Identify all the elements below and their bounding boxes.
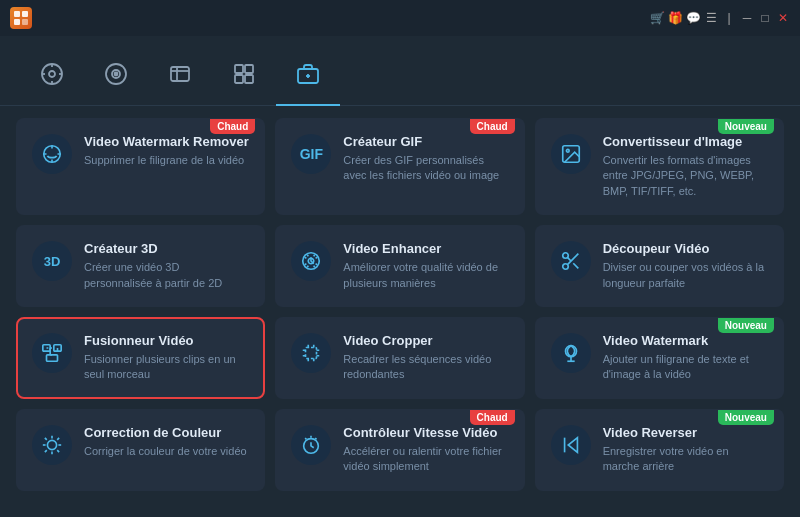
tool-desc-convertisseur-image: Convertir les formats d'images entre JPG… <box>603 153 768 199</box>
maximize-icon[interactable]: □ <box>758 11 772 25</box>
tool-card-video-watermark[interactable]: Nouveau Video Watermark Ajouter un filig… <box>535 317 784 399</box>
tool-name-convertisseur-image: Convertisseur d'Image <box>603 134 768 149</box>
tool-desc-correction-couleur: Corriger la couleur de votre vidéo <box>84 444 249 459</box>
tool-card-video-reverser[interactable]: Nouveau Video Reverser Enregistrer votre… <box>535 409 784 491</box>
tool-desc-decoupeur-video: Diviser ou couper vos vidéos à la longue… <box>603 260 768 291</box>
tool-card-decoupeur-video[interactable]: Découpeur Vidéo Diviser ou couper vos vi… <box>535 225 784 307</box>
svg-point-12 <box>115 73 118 76</box>
mv-icon <box>168 62 192 90</box>
tool-name-createur-gif: Créateur GIF <box>343 134 508 149</box>
tool-desc-createur-gif: Créer des GIF personnalisés avec les fic… <box>343 153 508 184</box>
svg-rect-3 <box>22 19 28 25</box>
tab-boite[interactable] <box>276 54 340 106</box>
svg-rect-1 <box>22 11 28 17</box>
svg-rect-16 <box>235 75 243 83</box>
svg-point-23 <box>566 149 569 152</box>
badge-controleur-vitesse: Chaud <box>470 410 515 425</box>
badge-video-watermark-remover: Chaud <box>210 119 255 134</box>
svg-rect-0 <box>14 11 20 17</box>
tool-name-video-enhancer: Video Enhancer <box>343 241 508 256</box>
tool-card-convertisseur-image[interactable]: Nouveau Convertisseur d'Image Convertir … <box>535 118 784 215</box>
svg-line-47 <box>45 438 47 440</box>
tool-card-video-enhancer[interactable]: Video Enhancer Améliorer votre qualité v… <box>275 225 524 307</box>
tool-info-decoupeur-video: Découpeur Vidéo Diviser ou couper vos vi… <box>603 241 768 291</box>
tool-icon-video-reverser <box>551 425 591 465</box>
svg-line-48 <box>57 450 59 452</box>
cart-icon[interactable]: 🛒 <box>650 11 664 25</box>
tool-info-video-watermark-remover: Video Watermark Remover Supprimer le fil… <box>84 134 249 168</box>
svg-marker-52 <box>568 437 577 452</box>
gift-icon[interactable]: 🎁 <box>668 11 682 25</box>
tool-info-video-reverser: Video Reverser Enregistrer votre vidéo e… <box>603 425 768 475</box>
svg-rect-2 <box>14 19 20 25</box>
tool-card-correction-couleur[interactable]: Correction de Couleur Corriger la couleu… <box>16 409 265 491</box>
tool-info-video-cropper: Video Cropper Recadrer les séquences vid… <box>343 333 508 383</box>
titlebar-left <box>10 7 40 29</box>
tool-name-video-cropper: Video Cropper <box>343 333 508 348</box>
tool-desc-video-reverser: Enregistrer votre vidéo en marche arrièr… <box>603 444 768 475</box>
badge-video-reverser: Nouveau <box>718 410 774 425</box>
tool-desc-controleur-vitesse: Accélérer ou ralentir votre fichier vidé… <box>343 444 508 475</box>
tool-desc-fusionneur-video: Fusionner plusieurs clips en un seul mor… <box>84 352 249 383</box>
tools-grid: Chaud Video Watermark Remover Supprimer … <box>16 118 784 491</box>
svg-rect-14 <box>235 65 243 73</box>
tool-card-createur-3d[interactable]: 3D Créateur 3D Créer une vidéo 3D person… <box>16 225 265 307</box>
svg-line-29 <box>573 263 578 268</box>
tool-icon-controleur-vitesse <box>291 425 331 465</box>
tool-name-video-watermark: Video Watermark <box>603 333 768 348</box>
tool-desc-createur-3d: Créer une vidéo 3D personnalisée à parti… <box>84 260 249 291</box>
tool-icon-correction-couleur <box>32 425 72 465</box>
menu-icon[interactable]: ☰ <box>704 11 718 25</box>
tool-name-fusionneur-video: Fusionneur Vidéo <box>84 333 249 348</box>
tool-info-convertisseur-image: Convertisseur d'Image Convertir les form… <box>603 134 768 199</box>
boite-icon <box>296 62 320 90</box>
badge-createur-gif: Chaud <box>470 119 515 134</box>
tool-info-video-enhancer: Video Enhancer Améliorer votre qualité v… <box>343 241 508 291</box>
tool-info-correction-couleur: Correction de Couleur Corriger la couleu… <box>84 425 249 459</box>
tool-card-video-cropper[interactable]: Video Cropper Recadrer les séquences vid… <box>275 317 524 399</box>
tool-card-fusionneur-video[interactable]: Fusionneur Vidéo Fusionner plusieurs cli… <box>16 317 265 399</box>
svg-rect-15 <box>245 65 253 73</box>
main-content: Chaud Video Watermark Remover Supprimer … <box>0 106 800 517</box>
tool-info-controleur-vitesse: Contrôleur Vitesse Vidéo Accélérer ou ra… <box>343 425 508 475</box>
badge-video-watermark: Nouveau <box>718 318 774 333</box>
convertisseur-icon <box>40 62 64 90</box>
tool-name-video-watermark-remover: Video Watermark Remover <box>84 134 249 149</box>
tool-desc-video-watermark: Ajouter un filigrane de texte et d'image… <box>603 352 768 383</box>
titlebar: 🛒 🎁 💬 ☰ | ─ □ ✕ <box>0 0 800 36</box>
svg-line-30 <box>567 258 571 262</box>
tab-mv[interactable] <box>148 54 212 106</box>
app-logo <box>10 7 32 29</box>
chat-icon[interactable]: 💬 <box>686 11 700 25</box>
tool-info-createur-gif: Créateur GIF Créer des GIF personnalisés… <box>343 134 508 184</box>
tool-name-video-reverser: Video Reverser <box>603 425 768 440</box>
tool-card-createur-gif[interactable]: Chaud GIF Créateur GIF Créer des GIF per… <box>275 118 524 215</box>
tool-icon-createur-gif: GIF <box>291 134 331 174</box>
nav-tabs <box>0 36 800 106</box>
svg-rect-17 <box>245 75 253 83</box>
tool-name-createur-3d: Créateur 3D <box>84 241 249 256</box>
tool-name-controleur-vitesse: Contrôleur Vitesse Vidéo <box>343 425 508 440</box>
svg-rect-13 <box>171 67 189 81</box>
svg-line-50 <box>57 438 59 440</box>
tool-card-video-watermark-remover[interactable]: Chaud Video Watermark Remover Supprimer … <box>16 118 265 215</box>
tool-info-fusionneur-video: Fusionneur Vidéo Fusionner plusieurs cli… <box>84 333 249 383</box>
tool-icon-video-watermark-remover <box>32 134 72 174</box>
tool-card-controleur-vitesse[interactable]: Chaud Contrôleur Vitesse Vidéo Accélérer… <box>275 409 524 491</box>
tool-info-video-watermark: Video Watermark Ajouter un filigrane de … <box>603 333 768 383</box>
tool-name-correction-couleur: Correction de Couleur <box>84 425 249 440</box>
titlebar-controls: 🛒 🎁 💬 ☰ | ─ □ ✕ <box>650 11 790 25</box>
close-icon[interactable]: ✕ <box>776 11 790 25</box>
tool-icon-decoupeur-video <box>551 241 591 281</box>
tool-desc-video-enhancer: Améliorer votre qualité vidéo de plusieu… <box>343 260 508 291</box>
svg-point-27 <box>562 264 568 270</box>
tab-ripper[interactable] <box>84 54 148 106</box>
tab-convertisseur[interactable] <box>20 54 84 106</box>
tab-collage[interactable] <box>212 54 276 106</box>
tool-desc-video-cropper: Recadrer les séquences vidéo redondantes <box>343 352 508 383</box>
ripper-icon <box>104 62 128 90</box>
minimize-icon[interactable]: ─ <box>740 11 754 25</box>
tool-icon-convertisseur-image <box>551 134 591 174</box>
tool-icon-video-cropper <box>291 333 331 373</box>
tool-icon-video-watermark <box>551 333 591 373</box>
